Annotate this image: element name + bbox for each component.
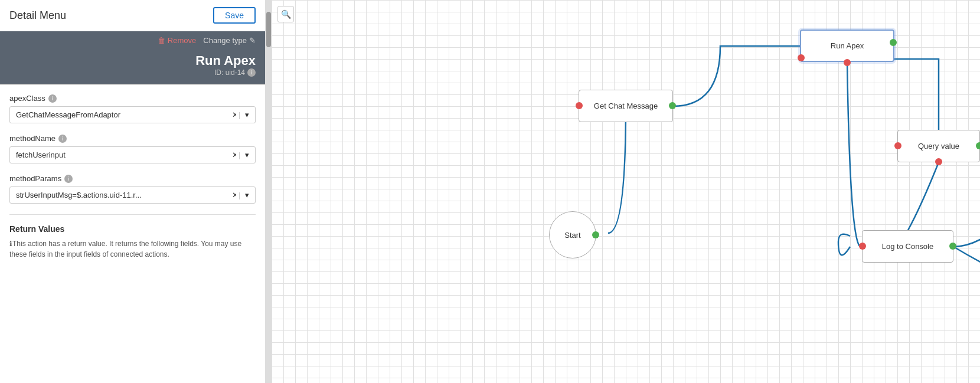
method-name-input[interactable]: fetchUserinput ✕ | ▾ [9,146,256,163]
method-params-info-icon[interactable]: i [64,175,73,183]
chevron-down-icon[interactable]: ▾ [245,150,249,159]
method-name-label: methodName i [9,134,256,143]
node-title-section: Run Apex ID: uid-14 i [0,50,265,84]
panel-title: Detail Menu [9,9,66,22]
method-params-field-group: methodParams i strUserInputMsg=$.actions… [9,174,256,204]
node-run-apex-output-dot[interactable] [890,39,897,46]
clear-icon[interactable]: ✕ [232,150,236,159]
chevron-down-icon[interactable]: ▾ [245,191,249,199]
node-run-apex-input-dot[interactable] [798,54,805,61]
divider [9,214,256,215]
node-get-chat[interactable]: Get Chat Message [579,90,673,122]
trash-icon: 🗑 [158,36,165,45]
save-button[interactable]: Save [213,7,256,24]
node-title: Run Apex [9,53,256,68]
node-query-value[interactable]: Query value [897,130,980,162]
scroll-indicator[interactable] [266,0,272,383]
panel-header: Detail Menu Save [0,0,265,31]
node-run-apex-output-red-dot[interactable] [844,59,851,66]
node-query-output-dot[interactable] [976,142,980,149]
detail-panel: Detail Menu Save 🗑 Remove Change type ✎ … [0,0,266,383]
remove-button[interactable]: 🗑 Remove [158,36,196,45]
node-start-output-dot[interactable] [592,231,599,238]
apex-class-input-actions: ✕ | ▾ [232,110,249,119]
panel-body: apexClass i GetChatMessageFromAdaptor ✕ … [0,84,265,383]
method-params-input-actions: ✕ | ▾ [232,191,249,199]
method-name-info-icon[interactable]: i [58,135,67,143]
node-log-input-dot[interactable] [859,243,866,250]
node-query-input-dot[interactable] [894,142,901,149]
node-log-output-dot[interactable] [949,243,956,250]
method-name-field-group: methodName i fetchUserinput ✕ | ▾ [9,134,256,163]
node-id: ID: uid-14 i [9,68,256,77]
external-link-icon: ✎ [249,36,256,45]
clear-icon[interactable]: ✕ [232,110,236,119]
change-type-button[interactable]: Change type ✎ [203,36,256,45]
node-run-apex[interactable]: Run Apex [800,30,894,62]
chevron-down-icon[interactable]: ▾ [245,110,249,119]
apex-class-info-icon[interactable]: i [48,94,57,103]
node-get-chat-input-dot[interactable] [576,102,583,109]
apex-class-field-group: apexClass i GetChatMessageFromAdaptor ✕ … [9,94,256,123]
return-values-text: ℹThis action has a return value. It retu… [9,238,256,260]
node-get-chat-output-dot[interactable] [669,102,676,109]
return-values-section: Return Values ℹThis action has a return … [9,224,256,260]
return-values-title: Return Values [9,224,256,234]
zoom-out-button[interactable]: 🔍 [277,6,294,22]
flow-canvas[interactable]: 🔍 Run Apex Get Chat Message [272,0,980,383]
panel-actions: 🗑 Remove Change type ✎ [0,31,265,50]
node-id-info-icon[interactable]: i [247,68,256,77]
node-start[interactable]: Start [549,211,596,258]
method-name-input-actions: ✕ | ▾ [232,150,249,159]
node-query-bottom-dot[interactable] [935,158,942,165]
node-log-console[interactable]: Log to Console [862,230,953,263]
scroll-thumb [266,12,271,47]
method-params-label: methodParams i [9,174,256,183]
apex-class-input[interactable]: GetChatMessageFromAdaptor ✕ | ▾ [9,106,256,123]
apex-class-label: apexClass i [9,94,256,103]
clear-icon[interactable]: ✕ [232,191,236,199]
method-params-input[interactable]: strUserInputMsg=$.actions.uid-11.r... ✕ … [9,186,256,204]
canvas-controls: 🔍 [277,6,294,22]
zoom-out-icon: 🔍 [281,9,291,19]
